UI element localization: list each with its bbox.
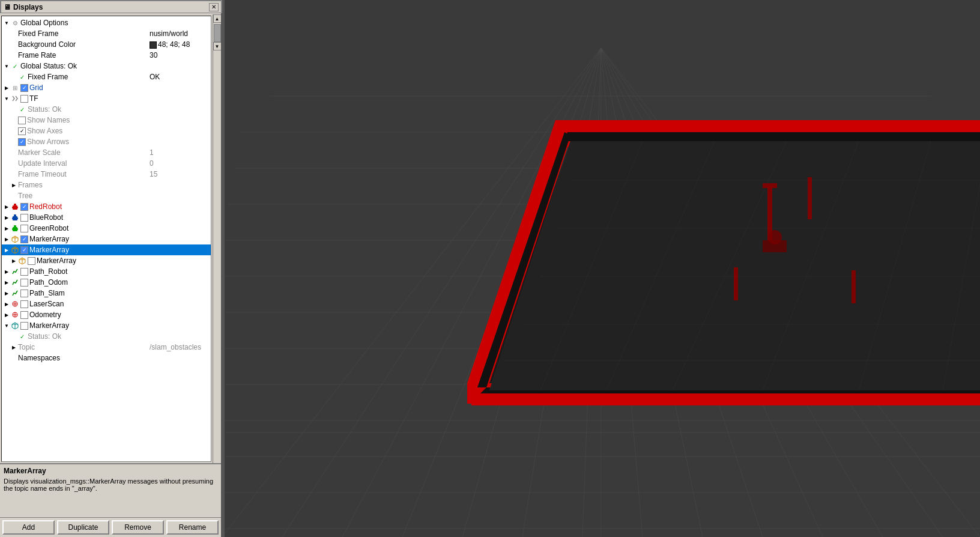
expand-arrow-global-status[interactable]: ▼ <box>3 62 10 70</box>
tree-item-global-status[interactable]: ▼✓Global Status: Ok <box>2 61 211 71</box>
expand-arrow-path-robot[interactable]: ▶ <box>3 268 10 275</box>
expand-arrow-fixed-frame-ok[interactable] <box>10 73 17 80</box>
tree-item-show-axes[interactable]: Show Axes <box>2 126 211 136</box>
checkbox-grid[interactable] <box>20 84 28 92</box>
expand-arrow-blue-robot[interactable]: ▶ <box>3 214 10 221</box>
tree-item-green-robot[interactable]: ▶GreenRobot <box>2 223 211 234</box>
checkbox-path-slam[interactable] <box>20 290 28 297</box>
expand-arrow-marker-array-selected[interactable]: ▶ <box>3 246 10 253</box>
expand-arrow-path-slam[interactable]: ▶ <box>3 290 10 297</box>
expand-arrow-grid[interactable]: ▶ <box>3 84 10 91</box>
item-label-laser-scan: LaserScan <box>29 300 210 308</box>
add-button[interactable]: Add <box>2 520 55 535</box>
tree-item-ma3-status[interactable]: ✓Status: Ok <box>2 331 211 342</box>
tree-item-ma3-topic[interactable]: ▶Topic/slam_obstacles <box>2 342 211 353</box>
displays-tree[interactable]: ▼⚙Global OptionsFixed Framenusim/worldBa… <box>1 16 211 462</box>
expand-arrow-frame-rate[interactable] <box>10 52 17 59</box>
expand-arrow-frames[interactable]: ▶ <box>10 181 17 189</box>
checkbox-red-robot[interactable] <box>20 203 28 211</box>
tree-item-marker-array-selected[interactable]: ▶MarkerArray <box>2 244 211 255</box>
tree-item-fixed-frame-ok[interactable]: ✓Fixed FrameOK <box>2 71 211 82</box>
expand-arrow-global-options[interactable]: ▼ <box>3 19 10 26</box>
tree-item-update-interval[interactable]: Update Interval0 <box>2 158 211 169</box>
checkbox-green-robot[interactable] <box>20 225 28 232</box>
expand-arrow-fixed-frame[interactable] <box>10 30 17 37</box>
expand-arrow-ma3-topic[interactable]: ▶ <box>10 344 17 351</box>
scroll-down-button[interactable]: ▼ <box>213 42 222 50</box>
tree-item-global-options[interactable]: ▼⚙Global Options <box>2 17 211 28</box>
expand-arrow-red-robot[interactable]: ▶ <box>3 203 10 210</box>
expand-arrow-show-axes[interactable] <box>10 127 17 135</box>
expand-arrow-ma3-namespaces[interactable] <box>10 354 17 362</box>
duplicate-button[interactable]: Duplicate <box>57 520 109 535</box>
tree-item-marker-array-1[interactable]: ▶MarkerArray <box>2 234 211 244</box>
expand-arrow-tf[interactable]: ▼ <box>3 95 10 102</box>
item-label-marker-array-3: MarkerArray <box>29 321 210 330</box>
expand-arrow-path-odom[interactable]: ▶ <box>3 279 10 286</box>
item-label-ma3-topic: Topic <box>18 343 147 351</box>
item-value-marker-scale: 1 <box>150 148 210 157</box>
item-label-fixed-frame: Fixed Frame <box>18 29 147 38</box>
item-icon-ma3-status: ✓ <box>18 332 26 341</box>
expand-arrow-odometry[interactable]: ▶ <box>3 311 10 318</box>
tree-item-laser-scan[interactable]: ▶LaserScan <box>2 299 211 309</box>
expand-arrow-marker-array-1[interactable]: ▶ <box>3 235 10 243</box>
tree-item-show-arrows[interactable]: Show Arrows <box>2 136 211 147</box>
checkbox-show-arrows[interactable] <box>18 138 26 146</box>
expand-arrow-tf-status[interactable] <box>10 106 17 113</box>
tree-item-frame-rate[interactable]: Frame Rate30 <box>2 50 211 61</box>
scroll-up-button[interactable]: ▲ <box>213 14 222 23</box>
remove-button[interactable]: Remove <box>112 520 164 535</box>
tree-item-blue-robot[interactable]: ▶BlueRobot <box>2 212 211 223</box>
expand-arrow-tree[interactable] <box>10 192 17 199</box>
checkbox-odometry[interactable] <box>20 311 28 319</box>
scroll-thumb[interactable] <box>214 24 221 42</box>
tree-item-tree[interactable]: Tree <box>2 190 211 201</box>
checkbox-marker-array-2[interactable] <box>28 257 35 265</box>
tree-item-frame-timeout[interactable]: Frame Timeout15 <box>2 169 211 180</box>
tree-item-path-slam[interactable]: ▶Path_Slam <box>2 288 211 299</box>
checkbox-show-axes[interactable] <box>18 127 26 135</box>
tree-item-marker-array-3[interactable]: ▼MarkerArray <box>2 320 211 331</box>
checkbox-blue-robot[interactable] <box>20 214 28 222</box>
expand-arrow-marker-array-2[interactable]: ▶ <box>10 257 17 264</box>
checkbox-tf[interactable] <box>20 95 28 103</box>
rename-button[interactable]: Rename <box>166 520 219 535</box>
item-icon-tf <box>11 94 19 103</box>
checkbox-marker-array-selected[interactable] <box>20 246 28 254</box>
expand-arrow-marker-array-3[interactable]: ▼ <box>3 322 10 329</box>
svg-rect-5 <box>14 214 16 216</box>
checkbox-marker-array-1[interactable] <box>20 235 28 243</box>
tree-item-bg-color[interactable]: Background Color48; 48; 48 <box>2 39 211 50</box>
checkbox-show-names[interactable] <box>18 117 26 124</box>
checkbox-marker-array-3[interactable] <box>20 322 28 330</box>
tree-item-odometry[interactable]: ▶Odometry <box>2 309 211 320</box>
expand-arrow-bg-color[interactable] <box>10 41 17 48</box>
expand-arrow-frame-timeout[interactable] <box>10 171 17 178</box>
expand-arrow-ma3-status[interactable] <box>10 333 17 340</box>
checkbox-path-robot[interactable] <box>20 268 28 276</box>
expand-arrow-update-interval[interactable] <box>10 160 17 167</box>
tree-item-tf-status[interactable]: ✓Status: Ok <box>2 104 211 115</box>
tree-item-path-odom[interactable]: ▶Path_Odom <box>2 277 211 288</box>
tree-item-tf[interactable]: ▼TF <box>2 93 211 104</box>
expand-arrow-green-robot[interactable]: ▶ <box>3 225 10 232</box>
tree-item-red-robot[interactable]: ▶RedRobot <box>2 201 211 212</box>
tree-item-grid[interactable]: ▶⊞Grid <box>2 82 211 93</box>
expand-arrow-show-names[interactable] <box>10 117 17 124</box>
3d-viewport[interactable] <box>222 0 980 537</box>
expand-arrow-laser-scan[interactable]: ▶ <box>3 300 10 308</box>
resize-handle[interactable] <box>221 0 225 537</box>
checkbox-path-odom[interactable] <box>20 279 28 287</box>
expand-arrow-show-arrows[interactable] <box>10 138 17 145</box>
checkbox-laser-scan[interactable] <box>20 300 28 308</box>
tree-item-fixed-frame[interactable]: Fixed Framenusim/world <box>2 28 211 39</box>
tree-item-marker-scale[interactable]: Marker Scale1 <box>2 147 211 158</box>
tree-item-show-names[interactable]: Show Names <box>2 115 211 126</box>
expand-arrow-marker-scale[interactable] <box>10 149 17 156</box>
tree-item-ma3-namespaces[interactable]: Namespaces <box>2 353 211 363</box>
close-button[interactable]: ✕ <box>209 3 219 11</box>
tree-item-marker-array-2[interactable]: ▶MarkerArray <box>2 255 211 266</box>
tree-item-path-robot[interactable]: ▶Path_Robot <box>2 266 211 277</box>
tree-item-frames[interactable]: ▶Frames <box>2 180 211 190</box>
